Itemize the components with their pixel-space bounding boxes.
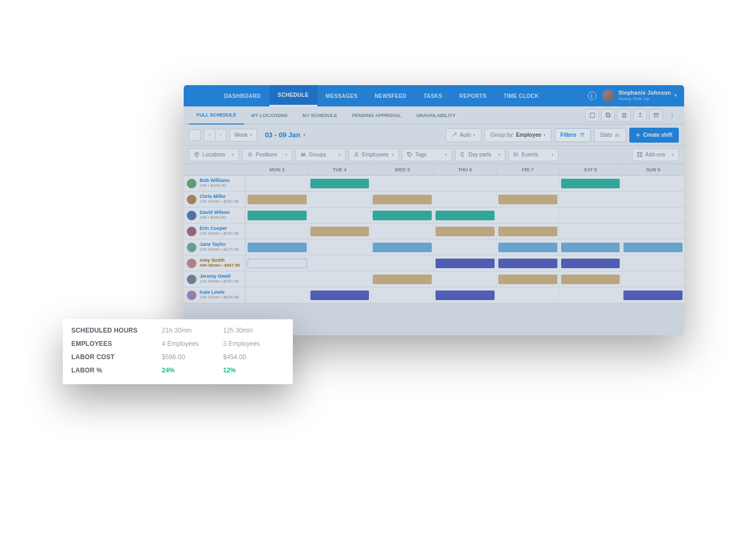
shift-block[interactable]	[561, 243, 620, 252]
filter-dayparts[interactable]: Day parts▾	[455, 148, 505, 161]
schedule-cell[interactable]	[308, 287, 371, 303]
schedule-cell[interactable]	[621, 271, 684, 287]
shift-block[interactable]	[435, 227, 495, 236]
schedule-cell[interactable]	[496, 192, 559, 207]
schedule-cell[interactable]	[371, 223, 433, 239]
nav-time-clock[interactable]: TIME CLOCK	[495, 85, 547, 106]
nav-schedule[interactable]: SCHEDULE	[269, 85, 317, 106]
schedule-cell[interactable]	[433, 176, 496, 191]
employee-cell[interactable]: Chris Miller13h 30min • $297.00	[184, 192, 245, 207]
shift-block[interactable]	[373, 195, 432, 204]
schedule-cell[interactable]	[496, 239, 559, 255]
employee-cell[interactable]: Erin Cooper13h 30min • $297.00	[184, 223, 245, 239]
schedule-cell[interactable]	[621, 176, 684, 191]
schedule-cell[interactable]	[245, 176, 308, 191]
filter-groups[interactable]: Groups▾	[295, 148, 346, 161]
shift-block[interactable]	[310, 291, 369, 300]
schedule-cell[interactable]	[371, 287, 433, 303]
schedule-cell[interactable]	[433, 287, 496, 303]
nav-messages[interactable]: MESSAGES	[317, 85, 366, 106]
schedule-cell[interactable]	[621, 223, 684, 239]
schedule-cell[interactable]	[559, 176, 622, 191]
schedule-cell[interactable]	[621, 208, 684, 223]
export-button[interactable]	[633, 109, 647, 122]
info-icon[interactable]: i	[588, 92, 596, 100]
prev-week-button[interactable]: ‹	[204, 129, 215, 141]
schedule-cell[interactable]	[621, 287, 684, 303]
schedule-cell[interactable]	[245, 255, 308, 271]
schedule-cell[interactable]	[559, 255, 622, 271]
schedule-cell[interactable]	[308, 223, 371, 239]
filter-locations[interactable]: Locations▾	[189, 148, 239, 161]
archive-button[interactable]	[649, 109, 663, 122]
shift-block[interactable]	[373, 211, 432, 220]
shift-block[interactable]	[248, 195, 307, 204]
schedule-cell[interactable]	[433, 239, 496, 255]
schedule-cell[interactable]	[621, 239, 684, 255]
schedule-cell[interactable]	[371, 176, 433, 191]
shift-block[interactable]	[435, 291, 495, 300]
filter-positions[interactable]: Positions▾	[242, 148, 292, 161]
schedule-cell[interactable]	[308, 271, 371, 287]
create-shift-button[interactable]: + Create shift	[629, 128, 679, 143]
tab-my-locations[interactable]: MY LOCATIONS	[244, 106, 295, 125]
schedule-cell[interactable]	[245, 192, 308, 207]
schedule-cell[interactable]	[308, 192, 371, 207]
employee-cell[interactable]: Jeremy Owell13h 30min • $297.00	[184, 271, 245, 287]
tab-full-schedule[interactable]: FULL SCHEDULE	[189, 106, 244, 125]
shift-block[interactable]	[498, 275, 557, 284]
nav-reports[interactable]: REPORTS	[451, 85, 495, 106]
shift-block[interactable]	[498, 227, 557, 236]
next-week-button[interactable]: ›	[215, 129, 226, 141]
schedule-cell[interactable]	[559, 208, 622, 223]
schedule-cell[interactable]	[433, 271, 496, 287]
schedule-cell[interactable]	[621, 192, 684, 207]
shift-block[interactable]	[248, 243, 307, 252]
shift-block[interactable]	[373, 243, 432, 252]
tab-unavailability[interactable]: UNAVAILABILITY	[409, 106, 463, 125]
schedule-cell[interactable]	[371, 239, 433, 255]
shift-block[interactable]	[561, 259, 620, 268]
schedule-cell[interactable]	[559, 271, 622, 287]
schedule-cell[interactable]	[308, 208, 371, 223]
nav-newsfeed[interactable]: NEWSFEED	[366, 85, 415, 106]
filter-tags[interactable]: Tags▾	[402, 148, 452, 161]
more-button[interactable]: ⋮	[665, 109, 679, 122]
nav-tasks[interactable]: TASKS	[415, 85, 451, 106]
print-button[interactable]	[617, 109, 631, 122]
schedule-cell[interactable]	[371, 192, 433, 207]
shift-block[interactable]	[623, 243, 683, 252]
schedule-cell[interactable]	[245, 271, 308, 287]
select-all-checkbox[interactable]	[189, 129, 201, 141]
schedule-cell[interactable]	[245, 287, 308, 303]
filter-employees[interactable]: Employees▾	[349, 148, 399, 161]
schedule-cell[interactable]	[559, 192, 622, 207]
user-menu[interactable]: Stephanie Johnson Sunny Side Up ▾	[603, 90, 677, 102]
schedule-cell[interactable]	[559, 287, 622, 303]
tab-my-schedule[interactable]: MY SCHEDULE	[295, 106, 344, 125]
shift-block[interactable]	[310, 179, 369, 188]
schedule-cell[interactable]	[308, 255, 371, 271]
schedule-cell[interactable]	[245, 208, 308, 223]
schedule-cell[interactable]	[496, 208, 559, 223]
tab-pending-approval[interactable]: PENDING APPROVAL	[344, 106, 409, 125]
shift-block[interactable]	[310, 227, 369, 236]
auto-schedule-button[interactable]: Auto ▾	[446, 128, 482, 142]
schedule-cell[interactable]	[245, 223, 308, 239]
date-range[interactable]: 03 - 09 Jan ▾	[265, 131, 306, 139]
shift-block[interactable]	[498, 195, 557, 204]
schedule-cell[interactable]	[496, 255, 559, 271]
filter-events[interactable]: Events▾	[508, 148, 558, 161]
shift-block[interactable]	[373, 275, 432, 284]
filters-button[interactable]: Filters	[555, 128, 591, 142]
shift-block[interactable]	[623, 291, 683, 300]
shift-block[interactable]	[435, 259, 495, 268]
schedule-cell[interactable]	[308, 239, 371, 255]
fullscreen-button[interactable]	[585, 109, 599, 122]
schedule-cell[interactable]	[496, 223, 559, 239]
employee-cell[interactable]: David Wilson18h • $180.00	[184, 208, 245, 223]
shift-block[interactable]	[248, 259, 307, 268]
shift-block[interactable]	[435, 211, 495, 220]
schedule-cell[interactable]	[433, 208, 496, 223]
schedule-cell[interactable]	[496, 176, 559, 191]
